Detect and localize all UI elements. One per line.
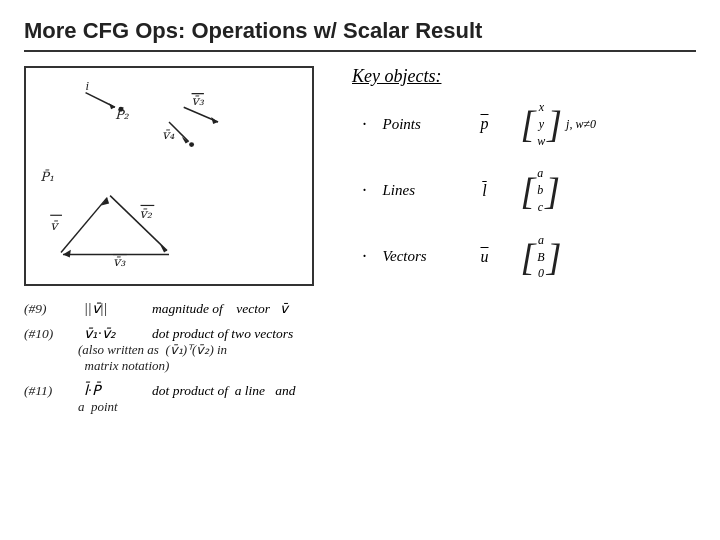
lines-symbol: l [469,182,501,200]
lines-matrix: [ a b c ] [521,163,561,217]
main-content: i P̄₂ v̄₃ v̄₄ P̄₁ [24,66,696,510]
formula-9-desc: magnitude of vector v̄ [152,300,288,317]
formula-row-11: (#11) l̄·P̄ dot product of a line and a … [24,382,334,415]
key-obj-points: · Points p [ x y w ] j, w≠0 [362,97,696,151]
svg-text:i: i [86,79,90,93]
formula-11-number: (#11) [24,383,76,399]
svg-marker-24 [63,250,71,258]
svg-text:v̄₃: v̄₃ [113,255,126,269]
points-symbol: p [469,115,501,133]
key-objects-list: · Points p [ x y w ] j, w≠0 [362,97,696,284]
formula-row-9: (#9) ||v̄|| magnitude of vector v̄ [24,300,334,317]
diagram-box: i P̄₂ v̄₃ v̄₄ P̄₁ [24,66,314,286]
key-obj-lines: · Lines l [ a b c ] [362,163,696,217]
points-bullet: · [362,114,367,135]
key-obj-vectors: · Vectors u [ a B 0 ] [362,230,696,284]
lines-label: Lines [383,182,453,199]
right-panel: Key objects: · Points p [ x y w ] [334,66,696,510]
svg-text:v̄₄: v̄₄ [162,128,175,142]
formula-9-number: (#9) [24,301,76,317]
svg-text:v̄: v̄ [50,219,59,233]
diagram-svg: i P̄₂ v̄₃ v̄₄ P̄₁ [26,68,312,284]
lines-bullet: · [362,180,367,201]
formula-row-10: (#10) v̄₁·v̄₂ dot product of two vectors… [24,325,334,374]
key-objects-title: Key objects: [352,66,696,87]
formula-9-symbol: ||v̄|| [84,300,144,317]
title-bar: More CFG Ops: Operations w/ Scalar Resul… [24,18,696,52]
svg-marker-20 [101,198,109,206]
formula-10-sub-1: (also written as (v̄₁)ᵀ(v̄₂) in [78,342,334,358]
formula-10-symbol: v̄₁·v̄₂ [84,325,144,342]
slide-container: More CFG Ops: Operations w/ Scalar Resul… [0,0,720,540]
vectors-bullet: · [362,246,367,267]
points-label: Points [383,116,453,133]
formula-10-number: (#10) [24,326,76,342]
svg-point-5 [118,107,123,112]
svg-line-21 [110,196,167,251]
slide-title: More CFG Ops: Operations w/ Scalar Resul… [24,18,482,44]
svg-line-19 [61,198,107,253]
formula-11-sub: a point [78,399,334,415]
svg-point-12 [189,142,194,147]
vectors-matrix: [ a B 0 ] [521,230,562,284]
formula-10-sub-2: matrix notation) [78,358,334,374]
vectors-label: Vectors [383,248,453,265]
svg-text:v̄₃: v̄₃ [192,94,205,108]
svg-text:P̄₁: P̄₁ [40,169,54,184]
formula-11-desc: dot product of a line and [152,383,296,399]
formula-10-desc: dot product of two vectors [152,326,293,342]
svg-marker-9 [211,117,218,124]
vectors-symbol: u [469,248,501,266]
svg-text:v̄₂: v̄₂ [140,207,153,221]
points-matrix: [ x y w ] j, w≠0 [521,97,597,151]
formula-11-symbol: l̄·P̄ [84,382,144,399]
formulas-section: (#9) ||v̄|| magnitude of vector v̄ (#10)… [24,300,334,419]
left-panel: i P̄₂ v̄₃ v̄₄ P̄₁ [24,66,334,510]
